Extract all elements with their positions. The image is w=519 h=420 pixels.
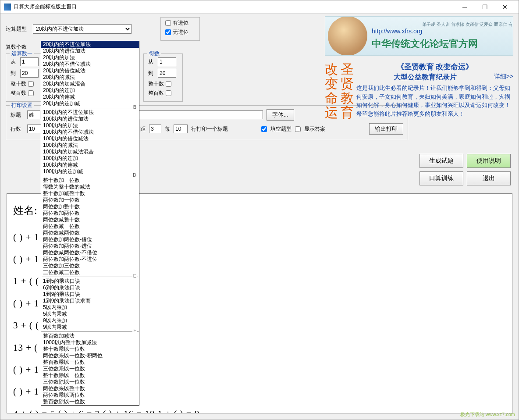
type-select[interactable]: 20以内的不进位加法 [33,24,132,34]
dropdown-item[interactable]: 1到9的乘法口诀 [41,291,139,298]
output-print-button[interactable]: 输出打印 [369,123,403,135]
dropdown-item[interactable]: 9以内乘加 [41,317,139,324]
dropdown-item[interactable]: 20以内的借位减法 [41,68,139,74]
dropdown-item[interactable]: 100以内的连减 [41,162,139,168]
promo-detail-link[interactable]: 详细>> [494,73,513,81]
fill-type-checkbox[interactable] [261,126,267,132]
dropdown-item[interactable]: 20以内的加法 [41,54,139,61]
hundreds1-label: 整百数 [11,89,26,97]
rows-input[interactable] [27,125,41,133]
font-button[interactable]: 字体... [267,109,294,121]
title-input[interactable] [27,110,40,119]
dropdown-item[interactable]: 两位数减两位数 [41,230,139,236]
watermark: 极光下载站 www.xz7.com [460,411,515,418]
type-dropdown[interactable]: 20以内的不进位加法20以内的进位加法20以内的加法20以内的不借位减法20以内… [41,41,139,406]
dropdown-item[interactable]: 100以内的借位减法 [41,135,139,142]
promo-subtitle: 大型公益教育纪录片 [356,73,513,82]
result-title: 得数 [147,50,161,57]
hundreds-r-checkbox[interactable] [166,90,171,96]
dropdown-item[interactable]: 两位数减两位数-不借位 [41,249,139,256]
has-carry-checkbox[interactable] [165,20,171,26]
dropdown-item[interactable]: 得数为整十数的减法 [41,184,139,190]
dropdown-item[interactable]: 1到5的乘法口诀 [41,278,139,285]
dropdown-item[interactable]: 两位数加整十数 [41,203,139,210]
dropdown-item[interactable]: 100以内的连加 [41,155,139,162]
dropdown-item[interactable]: 100以内的减法 [41,142,139,149]
banner-url[interactable]: http://www.xfrs.org [372,28,513,35]
dropdown-item[interactable]: 20以内的进位加法 [41,48,139,54]
rows-label: 行数 [11,125,24,133]
dropdown-item[interactable]: 100以内的连加减 [41,168,139,175]
dropdown-item[interactable]: 20以内的加减混合 [41,81,139,87]
dropdown-item[interactable]: 整十数除以一位数 [41,372,139,379]
to-r-input[interactable] [158,69,176,78]
dropdown-item[interactable]: 20以内的不借位减法 [41,61,139,68]
no-carry-checkbox[interactable] [165,29,171,35]
dropdown-item[interactable]: 5以内乘加 [41,304,139,311]
dropdown-item[interactable]: 两位数加两位数-借位 [41,236,139,243]
titlebar: 口算大师全能标准版主窗口 ─ ☐ ✕ [0,0,519,14]
dropdown-item[interactable]: 20以内的连减 [41,94,139,100]
dropdown-item[interactable]: 20以内的连加 [41,87,139,94]
dropdown-item[interactable]: 三位数乘以一位数 [41,366,139,372]
spacing-input[interactable] [149,125,161,133]
vert-text-1: 改变命运 [325,62,338,120]
dropdown-item[interactable]: 两位数加两位数-不进位 [41,256,139,263]
hundreds1-checkbox[interactable] [28,90,34,96]
dropdown-item[interactable]: 两位数减整十数 [41,217,139,223]
dropdown-item[interactable]: 20以内的不进位加法 [41,41,139,48]
from-r-label: 从 [148,58,155,66]
dropdown-item[interactable]: 整十数乘以一位数 [41,346,139,352]
help-button[interactable]: 使用说明 [467,154,511,168]
dropdown-item[interactable]: 整百数除以一位数 [41,399,139,405]
dropdown-item[interactable]: 100以内的不进位加法 [41,109,139,116]
dropdown-item[interactable]: 两位数加两位数 [41,210,139,217]
dropdown-item[interactable]: 整十数加减整十数 [41,190,139,197]
dropdown-item[interactable]: 两位数减一位数 [41,223,139,230]
dropdown-item[interactable]: 两位数加一位数 [41,197,139,203]
dropdown-item[interactable]: 6到9的乘法口诀 [41,285,139,291]
dropdown-item[interactable]: 整十数加一位数 [41,177,139,184]
dropdown-separator [41,176,139,176]
minimize-button[interactable]: ─ [455,1,475,13]
dropdown-separator [41,108,139,108]
train-button[interactable]: 口算训练 [419,171,463,185]
dropdown-item[interactable]: 20以内的连加减 [41,100,139,107]
maximize-button[interactable]: ☐ [475,1,495,13]
dropdown-item[interactable]: 100以内的不借位减法 [41,129,139,135]
dropdown-item[interactable]: 两位数加两位数-进位 [41,243,139,249]
type-label: 运算题型 [6,25,30,33]
dropdown-item[interactable]: 100以内的进位加法 [41,116,139,122]
dropdown-item[interactable]: 整百数乘以一位数 [41,359,139,366]
to1-input[interactable] [20,69,39,78]
dropdown-item[interactable]: 20以内的减法 [41,74,139,81]
from1-label: 从 [11,58,18,66]
generate-button[interactable]: 生成试题 [419,154,463,168]
dropdown-item[interactable]: 100以内的加减法混合 [41,149,139,155]
per-input[interactable] [174,125,188,133]
dropdown-item[interactable]: 100以内的加法 [41,122,139,129]
dropdown-item[interactable]: 三位数减三位数 [41,269,139,276]
from1-input[interactable] [20,57,39,66]
show-answer-checkbox[interactable] [295,126,301,132]
dropdown-item[interactable]: 三位数加三位数 [41,263,139,269]
tens-r-checkbox[interactable] [166,81,171,87]
hundreds-r-label: 整百数 [148,89,164,97]
tens1-checkbox[interactable] [28,81,34,87]
dropdown-item[interactable]: 5以内乘减 [41,311,139,317]
print-title: 打印设置 [10,102,34,109]
close-button[interactable]: ✕ [495,1,515,13]
dropdown-item[interactable]: 两位数乘以两位数 [41,392,139,399]
dropdown-item[interactable]: 两位数乘以整十数 [41,385,139,392]
from-r-input[interactable] [158,57,176,66]
dropdown-item[interactable]: 两位数乘以一位数-积两位 [41,352,139,359]
promo-title: 《圣贤教育 改变命运》 [356,62,513,72]
dropdown-item[interactable]: 1000以内整十数加减法 [41,339,139,346]
exit-button[interactable]: 退出 [467,171,511,185]
dropdown-item[interactable]: 三位数除以一位数 [41,379,139,385]
dropdown-item[interactable]: 整百数加减法 [41,333,139,339]
dropdown-item[interactable]: 1到9的乘法口诀求商 [41,298,139,304]
spacing-label: 距 [140,125,146,133]
operand1-title: 运算数一 [10,50,34,57]
dropdown-item[interactable]: 9以内乘减 [41,324,139,331]
